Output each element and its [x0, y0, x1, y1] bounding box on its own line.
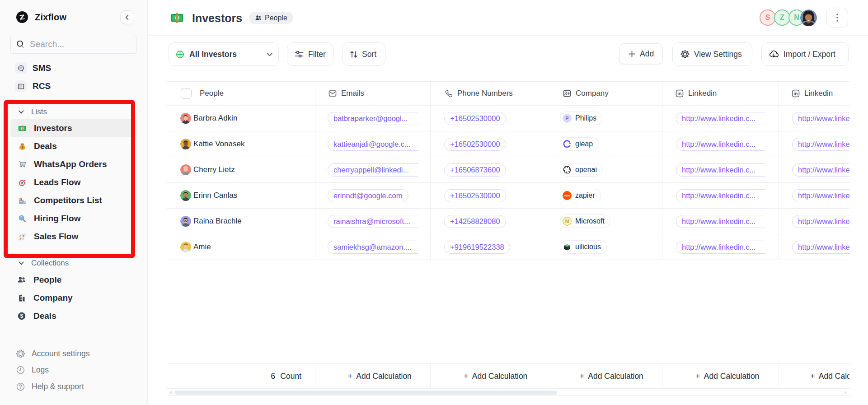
svg-text:M: M — [565, 219, 569, 224]
svg-text:P: P — [565, 116, 568, 121]
svg-text:$: $ — [20, 313, 23, 319]
svg-text:UI: UI — [567, 245, 568, 247]
svg-text:zapier: zapier — [564, 195, 570, 197]
